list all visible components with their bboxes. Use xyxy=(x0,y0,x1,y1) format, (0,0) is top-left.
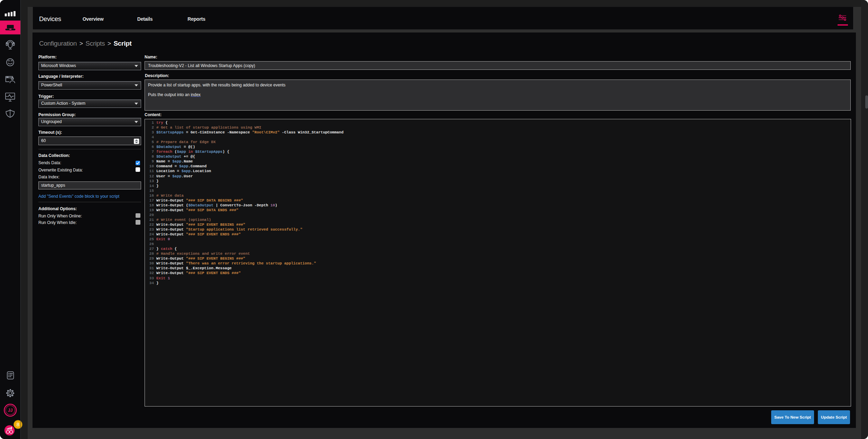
svg-text:JJ: JJ xyxy=(8,408,12,413)
svg-text:8: 8 xyxy=(17,421,19,427)
